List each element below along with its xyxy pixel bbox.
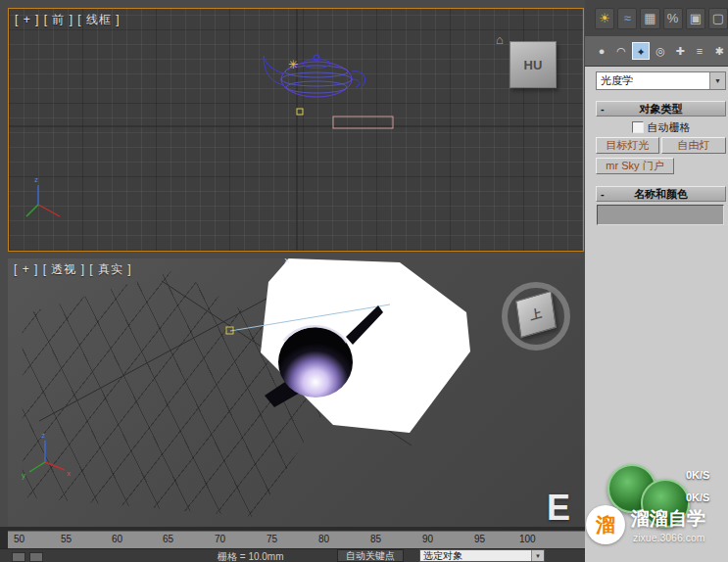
create-category-tabs: ● ◠ ✦ ◎ ✚ ≡ ✱ — [585, 36, 728, 67]
object-name-field — [597, 205, 724, 225]
chevron-down-icon[interactable]: ▼ — [709, 72, 725, 89]
status-widget[interactable] — [29, 552, 43, 562]
autogrid-row: 自动栅格 — [596, 120, 726, 134]
collapse-icon[interactable]: - — [601, 102, 605, 116]
time-tick: 55 — [61, 534, 72, 544]
perspective-axis-tripod: z x y — [22, 431, 71, 480]
material-editor-icon[interactable]: ☀ — [595, 8, 614, 29]
time-tick: 100 — [519, 534, 536, 544]
collapse-icon[interactable]: - — [601, 187, 605, 201]
time-ruler[interactable]: 50 55 60 65 70 75 80 85 90 95 100 — [8, 531, 585, 548]
time-tick: 60 — [112, 534, 122, 544]
time-tick: 75 — [267, 534, 277, 544]
mr-sky-portal-button[interactable]: mr Sky 门户 — [596, 158, 674, 174]
grid-axis-line — [39, 284, 294, 421]
viewport-perspective[interactable]: × z x y [ + ] [ 透视 ] [ 真实 ] 上 — [8, 258, 584, 527]
grid-readout: 栅格 = 10.0mm — [218, 550, 284, 562]
viewcube-perspective[interactable]: 上 — [500, 280, 572, 352]
free-light-button[interactable]: 自由灯 — [661, 137, 726, 154]
time-tick: 90 — [422, 534, 433, 544]
rendered-frame-window-icon[interactable]: ▣ — [686, 8, 705, 29]
speed-readout-bottom: 0K/S — [686, 492, 709, 503]
target-light-gizmo[interactable] — [297, 109, 303, 115]
time-tick: 95 — [474, 534, 485, 544]
autokey-button[interactable]: 自动关键点 — [337, 549, 404, 562]
teapot-wireframe[interactable] — [264, 55, 365, 97]
viewport-perspective-label[interactable]: [ + ] [ 透视 ] [ 真实 ] — [14, 261, 132, 278]
home-icon[interactable]: ⌂ — [496, 32, 504, 47]
time-tick: 70 — [215, 534, 225, 544]
selection-filter-value: 选定对象 — [420, 549, 531, 562]
time-tick: 50 — [14, 534, 24, 544]
create-helpers-tab[interactable]: ✚ — [671, 42, 689, 60]
watermark-brand: 溜溜自学 — [631, 506, 705, 532]
create-shapes-tab[interactable]: ◠ — [612, 42, 630, 60]
main-toolbar: ☀ ≈ ▦ % ▣ ▢ — [585, 0, 728, 36]
viewport-front-label[interactable]: [ + ] [ 前 ] [ 线框 ] — [15, 12, 121, 28]
object-type-rollout-title: 对象类型 — [640, 103, 683, 115]
create-cameras-tab[interactable]: ◎ — [652, 42, 669, 60]
timeline: 50 55 60 65 70 75 80 85 90 95 100 — [0, 527, 585, 548]
create-geometry-tab[interactable]: ● — [593, 42, 610, 60]
autogrid-label: 自动栅格 — [648, 120, 691, 135]
schematic-view-icon[interactable]: ▦ — [640, 8, 659, 29]
create-spacewarps-tab[interactable]: ≡ — [691, 42, 708, 60]
axis-z-label: z — [34, 175, 38, 184]
time-tick: 65 — [163, 534, 173, 544]
speed-readout-top: 0K/S — [686, 469, 709, 481]
front-axis-tripod: z — [26, 175, 60, 216]
create-lights-tab[interactable]: ✦ — [632, 42, 650, 60]
3dsmax-window: ✳ z [ + ] [ 前 ] [ 线框 ] ⌂ HU — [0, 0, 728, 562]
chevron-down-icon[interactable]: ▼ — [531, 550, 544, 561]
autogrid-checkbox[interactable] — [632, 121, 644, 133]
name-color-rollout-title: 名称和颜色 — [634, 188, 688, 200]
create-systems-tab[interactable]: ✱ — [710, 42, 728, 60]
axis-z-label: z — [41, 431, 45, 440]
name-color-rollout[interactable]: - 名称和颜色 — [596, 186, 726, 202]
render-production-icon[interactable]: ▢ — [708, 8, 728, 29]
curve-editor-icon[interactable]: ≈ — [617, 8, 637, 29]
time-tick: 85 — [370, 534, 381, 544]
render-setup-icon[interactable]: % — [663, 8, 683, 29]
watermark-site: zixue.3066.com — [633, 532, 705, 543]
selection-filter-dropdown[interactable]: 选定对象 ▼ — [419, 549, 545, 562]
perspective-viewport-scene: × z x y — [8, 258, 584, 527]
watermark-letter-large: E — [547, 488, 570, 529]
watermark-logo: 溜 — [586, 505, 625, 544]
plane-corner-marker: × — [284, 258, 290, 266]
light-category-dropdown[interactable]: 光度学 ▼ — [596, 71, 726, 90]
photometric-light-icon[interactable]: ✳ — [288, 58, 298, 71]
object-name-input[interactable] — [598, 207, 723, 225]
time-tick: 80 — [318, 534, 329, 544]
target-light-button[interactable]: 目标灯光 — [596, 137, 659, 154]
status-widget[interactable] — [12, 552, 25, 562]
status-bar: 栅格 = 10.0mm 自动关键点 选定对象 ▼ — [0, 548, 585, 562]
axis-x-label: x — [67, 469, 71, 478]
viewcube-front[interactable]: HU — [510, 41, 557, 88]
object-type-rollout[interactable]: - 对象类型 — [596, 101, 726, 117]
axis-y-label: y — [22, 471, 25, 480]
viewport-front[interactable]: ✳ z [ + ] [ 前 ] [ 线框 ] ⌂ HU — [8, 8, 584, 252]
light-category-value: 光度学 — [597, 73, 709, 88]
